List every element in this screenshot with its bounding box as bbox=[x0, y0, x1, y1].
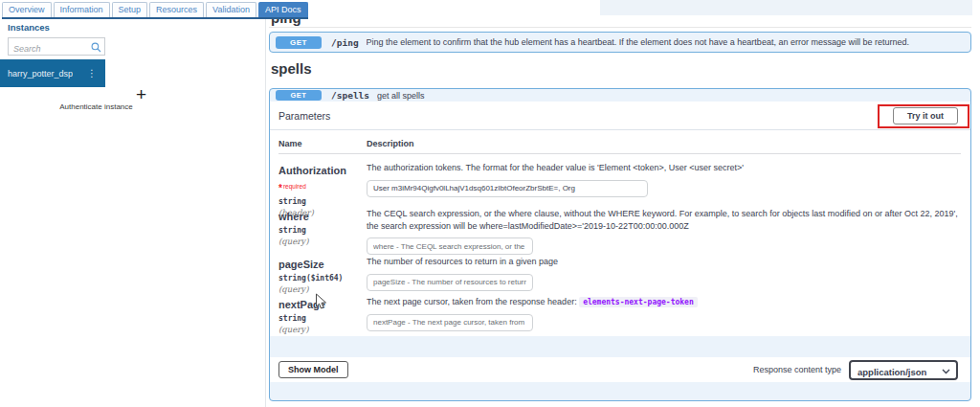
instance-name: harry_potter_dsp bbox=[8, 69, 73, 79]
plus-icon[interactable]: + bbox=[136, 85, 146, 103]
response-content-type-label: Response content type bbox=[753, 365, 841, 374]
section-gap bbox=[270, 336, 970, 357]
kebab-menu-icon[interactable]: ⋮ bbox=[87, 68, 97, 79]
spells-summary: get all spells bbox=[377, 91, 425, 101]
instances-heading: Instances bbox=[8, 22, 50, 33]
response-header-code: elements-next-page-token bbox=[579, 297, 698, 307]
param-type: string($int64) bbox=[278, 274, 367, 283]
tab-setup[interactable]: Setup bbox=[112, 2, 148, 17]
param-row-nextpage: nextPage string (query) The next page cu… bbox=[278, 288, 961, 331]
parameters-title: Parameters bbox=[278, 110, 330, 122]
authenticate-instance-button[interactable]: Authenticate instance bbox=[51, 102, 142, 111]
get-method-badge: GET bbox=[276, 90, 322, 101]
previous-block-bottom-edge bbox=[600, 0, 972, 15]
param-name: Authorization bbox=[278, 165, 346, 176]
parameters-table: Name Description Authorization *required… bbox=[270, 130, 970, 336]
show-model-button[interactable]: Show Model bbox=[278, 361, 348, 378]
tab-api-docs[interactable]: API Docs bbox=[258, 2, 308, 17]
table-header-row: Name Description bbox=[278, 130, 961, 154]
section-divider bbox=[269, 27, 971, 28]
param-type: string bbox=[278, 226, 367, 235]
response-content-type-group: Response content type application/json bbox=[753, 360, 958, 380]
required-asterisk: * bbox=[278, 183, 282, 193]
param-location: (query) bbox=[278, 237, 367, 246]
parameters-header: Parameters Try it out bbox=[270, 102, 970, 130]
ping-summary: Ping the element to confirm that the hub… bbox=[367, 37, 909, 47]
instances-sidebar: Instances harry_potter_dsp ⋮ + Authentic… bbox=[0, 16, 266, 407]
instance-search-input[interactable] bbox=[9, 41, 104, 57]
param-location: (query) bbox=[278, 325, 367, 334]
tab-resources[interactable]: Resources bbox=[149, 2, 204, 17]
param-row-pagesize: pageSize string($int64) (query) The numb… bbox=[278, 248, 961, 288]
api-docs-screen: Overview Information Setup Resources Val… bbox=[0, 0, 980, 407]
model-row: Show Model Response content type applica… bbox=[270, 357, 970, 382]
param-type: string bbox=[278, 314, 367, 323]
param-description: The authorization tokens. The format for… bbox=[367, 162, 961, 174]
param-name: nextPage bbox=[278, 299, 325, 310]
nextpage-input[interactable] bbox=[367, 314, 533, 331]
spells-endpoint-row[interactable]: GET /spells get all spells bbox=[270, 89, 970, 102]
required-label: required bbox=[283, 183, 306, 190]
tab-validation[interactable]: Validation bbox=[206, 2, 256, 17]
param-description: The CEQL search expression, or the where… bbox=[367, 208, 961, 232]
spells-section-heading: spells bbox=[271, 60, 312, 77]
tab-overview[interactable]: Overview bbox=[2, 2, 52, 17]
param-row-authorization: Authorization *required string (header) … bbox=[278, 154, 961, 200]
tab-information[interactable]: Information bbox=[54, 2, 110, 17]
tab-bar: Overview Information Setup Resources Val… bbox=[2, 2, 308, 19]
param-name: pageSize bbox=[278, 259, 324, 270]
response-content-type-select-wrap: application/json bbox=[849, 360, 958, 380]
ping-endpoint-row[interactable]: GET /ping Ping the element to confirm th… bbox=[269, 32, 971, 53]
param-description: The next page cursor, taken from the res… bbox=[367, 296, 961, 308]
instance-search-box bbox=[8, 37, 105, 56]
response-content-type-select[interactable]: application/json bbox=[851, 364, 956, 380]
get-method-badge: GET bbox=[276, 36, 322, 49]
spells-endpoint-block: GET /spells get all spells Parameters Tr… bbox=[269, 88, 971, 401]
param-row-where: where string (query) The CEQL search exp… bbox=[278, 200, 961, 248]
try-it-out-button[interactable]: Try it out bbox=[893, 107, 958, 124]
api-docs-panel: ping GET /ping Ping the element to confi… bbox=[269, 0, 972, 407]
spells-path: /spells bbox=[331, 90, 369, 101]
name-column-header: Name bbox=[278, 139, 367, 148]
param-name: where bbox=[278, 211, 309, 222]
description-column-header: Description bbox=[367, 139, 961, 148]
param-description: The number of resources to return in a g… bbox=[367, 256, 961, 268]
search-icon bbox=[91, 42, 101, 53]
ping-path: /ping bbox=[331, 37, 359, 48]
sidebar-item-instance[interactable]: harry_potter_dsp ⋮ bbox=[0, 59, 105, 87]
authorization-input[interactable] bbox=[367, 180, 648, 197]
